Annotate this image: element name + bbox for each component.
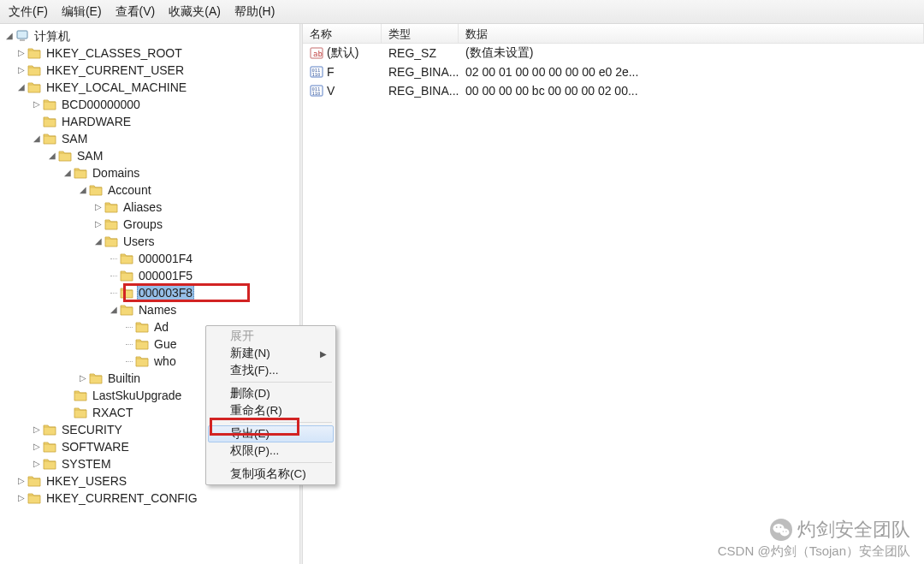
folder-icon [104,235,118,248]
tree-item[interactable]: RXACT [91,404,134,421]
ctx-find[interactable]: 查找(F)... [208,362,334,379]
collapse-toggle[interactable]: ◢ [92,233,104,250]
folder-icon [58,149,72,163]
tree-item[interactable]: Builtin [106,370,142,387]
tree-item[interactable]: LastSkuUpgrade [91,387,183,404]
tree-item[interactable]: SAM [60,130,89,147]
value-type: REG_SZ [382,45,459,62]
ctx-expand[interactable]: 展开 [208,328,334,345]
tree-hklm[interactable]: HKEY_LOCAL_MACHINE [44,79,188,96]
list-row[interactable]: V REG_BINA... 00 00 00 00 bc 00 00 00 02… [303,81,924,100]
tree-root[interactable]: 计算机 [33,27,72,45]
folder-icon [43,98,56,111]
tree-item[interactable]: HARDWARE [60,113,133,130]
leaf [123,361,135,362]
ctx-export[interactable]: 导出(E) [208,425,334,442]
expand-toggle[interactable]: ▷ [77,370,89,387]
expand-toggle[interactable]: ▷ [15,472,27,490]
tree-item[interactable]: who [152,353,178,370]
leaf [108,293,120,294]
folder-icon [27,474,41,488]
folder-icon [89,183,103,197]
expand-toggle[interactable]: ▷ [31,421,43,438]
folder-icon [135,320,149,334]
tree-item[interactable]: Users [121,233,157,250]
tree-item[interactable]: Gue [152,335,178,353]
collapse-toggle[interactable]: ◢ [15,79,27,96]
folder-icon [43,440,56,454]
col-name[interactable]: 名称 [303,24,382,43]
value-data: 02 00 01 00 00 00 00 00 e0 2e... [459,63,924,80]
list-row[interactable]: (默认) REG_SZ (数值未设置) [303,44,924,62]
binary-value-icon [310,65,323,79]
menu-view[interactable]: 查看(V) [109,1,163,23]
tree-item[interactable]: Groups [121,216,164,233]
folder-icon [74,406,87,419]
collapse-toggle[interactable]: ◢ [108,301,120,318]
tree-item-selected[interactable]: 000003F8 [137,283,194,302]
folder-icon [135,354,149,368]
tree-item[interactable]: BCD00000000 [60,96,142,113]
wechat-icon [770,519,792,541]
ctx-permissions[interactable]: 权限(P)... [208,442,334,460]
list-body: (默认) REG_SZ (数值未设置) F REG_BINA... 02 00 … [303,44,924,100]
tree-item[interactable]: Account [106,181,153,199]
col-data[interactable]: 数据 [459,24,924,43]
tree-item[interactable]: SOFTWARE [60,438,131,455]
expand-toggle[interactable]: ▷ [15,490,27,507]
tree-item[interactable]: SAM [75,147,104,164]
folder-icon [43,115,56,128]
collapse-toggle[interactable]: ◢ [3,27,15,45]
tree-item[interactable]: 000001F5 [137,267,194,284]
collapse-toggle[interactable]: ◢ [31,130,43,147]
folder-icon [104,200,118,214]
leaf [123,344,135,345]
col-type[interactable]: 类型 [382,24,459,43]
tree-item[interactable]: SECURITY [60,421,124,438]
folder-icon [27,491,41,505]
tree-hkcu[interactable]: HKEY_CURRENT_USER [44,62,186,79]
value-type: REG_BINA... [382,82,459,99]
tree-item[interactable]: SYSTEM [60,455,113,472]
ctx-rename[interactable]: 重命名(R) [208,402,334,419]
watermark: 灼剑安全团队 CSDN @灼剑（Tsojan）安全团队 [718,518,910,559]
tree-hku[interactable]: HKEY_USERS [44,472,128,490]
menu-edit[interactable]: 编辑(E) [55,1,109,23]
tree-item[interactable]: Names [137,301,178,318]
ctx-new[interactable]: 新建(N) ▶ [208,345,334,362]
folder-icon [43,457,56,471]
expand-toggle[interactable]: ▷ [15,45,27,62]
separator [230,462,332,463]
collapse-toggle[interactable]: ◢ [77,181,89,199]
menu-help[interactable]: 帮助(H) [228,1,281,23]
list-header: 名称 类型 数据 [303,24,924,44]
expand-toggle[interactable]: ▷ [31,96,43,113]
tree-item[interactable]: Aliases [121,199,163,216]
list-row[interactable]: F REG_BINA... 02 00 01 00 00 00 00 00 e0… [303,62,924,81]
leaf [108,276,120,276]
ctx-copy-key-name[interactable]: 复制项名称(C) [208,466,334,483]
menu-file[interactable]: 文件(F) [2,1,55,23]
binary-value-icon [310,84,323,98]
ctx-delete[interactable]: 删除(D) [208,385,334,402]
expand-toggle[interactable]: ▷ [92,216,104,233]
collapse-toggle[interactable]: ◢ [46,147,58,164]
tree-hkcc[interactable]: HKEY_CURRENT_CONFIG [44,490,199,507]
leaf [123,327,135,328]
string-value-icon [310,46,323,60]
collapse-toggle[interactable]: ◢ [62,164,74,181]
expand-toggle[interactable]: ▷ [15,62,27,79]
expand-toggle[interactable]: ▷ [31,438,43,455]
tree-item[interactable]: 000001F4 [137,250,194,267]
folder-icon [27,80,41,94]
folder-icon [27,46,41,60]
expand-toggle[interactable]: ▷ [92,199,104,216]
menu-favorites[interactable]: 收藏夹(A) [162,1,228,23]
tree-hkcr[interactable]: HKEY_CLASSES_ROOT [44,45,184,62]
folder-icon [120,252,133,265]
expand-toggle[interactable]: ▷ [31,455,43,472]
menu-bar: 文件(F) 编辑(E) 查看(V) 收藏夹(A) 帮助(H) [0,0,924,24]
tree-item[interactable]: Domains [91,164,141,181]
folder-icon [74,389,87,402]
tree-item[interactable]: Ad [152,318,170,335]
